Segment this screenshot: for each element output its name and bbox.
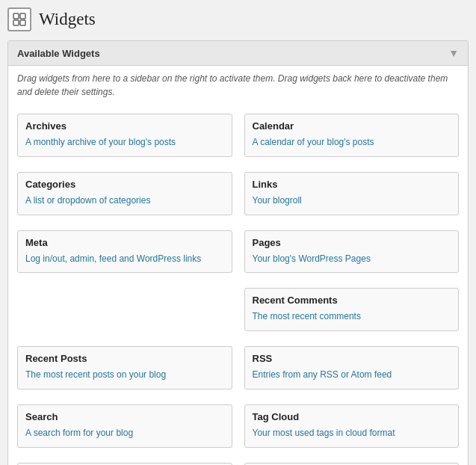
panel-collapse-arrow[interactable]: ▼ (448, 47, 459, 59)
available-widgets-panel: Available Widgets ▼ Drag widgets from he… (7, 40, 469, 465)
widget-name-meta: Meta (25, 237, 224, 248)
widget-box-tag-cloud[interactable]: Tag Cloud Your most used tags in cloud f… (244, 404, 460, 448)
widget-box-rss[interactable]: RSS Entries from any RSS or Atom feed (244, 346, 460, 389)
widget-desc-search: A search form for your blog (25, 428, 133, 438)
widget-name-links: Links (253, 179, 451, 190)
widget-name-recent-comments: Recent Comments (253, 295, 451, 306)
widget-name-categories: Categories (25, 179, 224, 190)
widget-desc-recent-posts: The most recent posts on your blog (25, 369, 166, 380)
widget-box-search[interactable]: Search A search form for your blog (17, 404, 232, 448)
widget-cell-categories: Categories A list or dropdown of categor… (17, 166, 238, 224)
widget-cell-text: Text Arbitrary text or HTML (17, 457, 238, 465)
page-wrapper: Widgets Available Widgets ▼ Drag widgets… (0, 0, 476, 465)
widget-cell-calendar: Calendar A calendar of your blog's posts (238, 108, 460, 166)
svg-rect-2 (13, 20, 19, 25)
widget-cell-twitter-widget-pro: Twitter Widget Pro Follow a Twitter Feed (238, 457, 460, 465)
widget-cell-archives: Archives A monthly archive of your blog'… (17, 108, 238, 166)
widget-desc-calendar: A calendar of your blog's posts (253, 137, 374, 147)
widget-desc-links: Your blogroll (253, 195, 302, 206)
widget-box-categories[interactable]: Categories A list or dropdown of categor… (17, 172, 232, 215)
page-title-row: Widgets (7, 7, 469, 31)
widgets-grid: Archives A monthly archive of your blog'… (8, 108, 468, 465)
widget-desc-pages: Your blog's WordPress Pages (253, 253, 371, 264)
page-title: Widgets (39, 10, 96, 29)
widget-name-calendar: Calendar (253, 120, 451, 132)
widget-desc-archives: A monthly archive of your blog's posts (25, 137, 176, 147)
widget-cell-search: Search A search form for your blog (17, 398, 238, 457)
svg-rect-0 (13, 13, 19, 19)
widget-cell-empty-row4 (17, 282, 238, 340)
widget-cell-recent-comments: Recent Comments The most recent comments (238, 282, 460, 340)
widgets-page-icon (7, 7, 31, 31)
widget-desc-meta: Log in/out, admin, feed and WordPress li… (25, 253, 201, 264)
widget-desc-categories: A list or dropdown of categories (25, 195, 150, 206)
widget-name-rss: RSS (253, 353, 451, 364)
panel-header-title: Available Widgets (17, 48, 100, 59)
panel-description: Drag widgets from here to a sidebar on t… (8, 66, 468, 108)
widget-cell-rss: RSS Entries from any RSS or Atom feed (238, 340, 460, 398)
svg-rect-1 (20, 13, 25, 19)
widget-cell-meta: Meta Log in/out, admin, feed and WordPre… (17, 224, 238, 283)
widget-box-pages[interactable]: Pages Your blog's WordPress Pages (244, 230, 460, 274)
widget-cell-recent-posts: Recent Posts The most recent posts on yo… (17, 340, 238, 398)
widget-desc-recent-comments: The most recent comments (253, 311, 361, 321)
widget-box-links[interactable]: Links Your blogroll (244, 172, 460, 215)
widget-cell-links: Links Your blogroll (238, 166, 460, 224)
svg-rect-3 (20, 20, 25, 25)
widget-box-recent-posts[interactable]: Recent Posts The most recent posts on yo… (17, 346, 232, 389)
panel-header: Available Widgets ▼ (8, 41, 468, 66)
widget-box-archives[interactable]: Archives A monthly archive of your blog'… (17, 114, 232, 157)
widget-cell-pages: Pages Your blog's WordPress Pages (238, 224, 460, 283)
widget-desc-tag-cloud: Your most used tags in cloud format (253, 428, 395, 438)
widget-desc-rss: Entries from any RSS or Atom feed (253, 369, 392, 380)
widget-name-tag-cloud: Tag Cloud (253, 411, 451, 422)
widget-box-calendar[interactable]: Calendar A calendar of your blog's posts (244, 114, 460, 157)
widget-box-meta[interactable]: Meta Log in/out, admin, feed and WordPre… (17, 230, 232, 274)
widget-name-pages: Pages (253, 237, 451, 248)
widget-name-archives: Archives (25, 120, 224, 132)
widget-box-recent-comments[interactable]: Recent Comments The most recent comments (244, 288, 460, 331)
widget-name-search: Search (25, 411, 224, 422)
widget-cell-tag-cloud: Tag Cloud Your most used tags in cloud f… (238, 398, 460, 457)
widget-name-recent-posts: Recent Posts (25, 353, 224, 364)
